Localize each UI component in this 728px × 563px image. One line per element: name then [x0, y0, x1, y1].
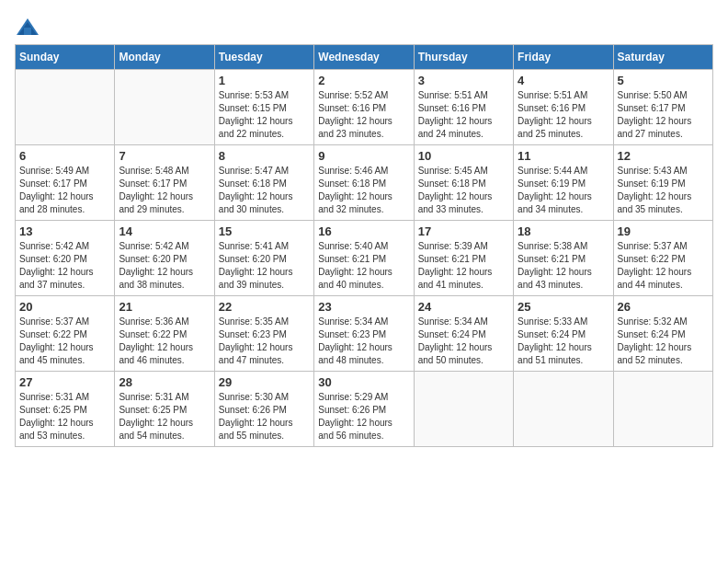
day-info: Sunrise: 5:43 AM Sunset: 6:19 PM Dayligh…: [618, 165, 709, 216]
day-number: 23: [318, 300, 409, 314]
weekday-header-thursday: Thursday: [414, 45, 513, 70]
calendar-cell: 2Sunrise: 5:52 AM Sunset: 6:16 PM Daylig…: [314, 70, 414, 145]
calendar-cell: 3Sunrise: 5:51 AM Sunset: 6:16 PM Daylig…: [414, 70, 513, 145]
calendar-cell: 1Sunrise: 5:53 AM Sunset: 6:15 PM Daylig…: [214, 70, 313, 145]
day-info: Sunrise: 5:34 AM Sunset: 6:24 PM Dayligh…: [418, 316, 509, 367]
calendar-week-row: 20Sunrise: 5:37 AM Sunset: 6:22 PM Dayli…: [16, 296, 713, 372]
day-number: 16: [318, 224, 409, 238]
calendar-cell: 29Sunrise: 5:30 AM Sunset: 6:26 PM Dayli…: [214, 372, 313, 447]
calendar-cell: 12Sunrise: 5:43 AM Sunset: 6:19 PM Dayli…: [613, 145, 712, 221]
calendar-cell: 20Sunrise: 5:37 AM Sunset: 6:22 PM Dayli…: [16, 296, 115, 372]
day-number: 2: [318, 74, 409, 87]
day-info: Sunrise: 5:48 AM Sunset: 6:17 PM Dayligh…: [119, 165, 210, 216]
calendar-cell: 17Sunrise: 5:39 AM Sunset: 6:21 PM Dayli…: [414, 221, 513, 296]
calendar-cell: 26Sunrise: 5:32 AM Sunset: 6:24 PM Dayli…: [613, 296, 712, 372]
weekday-header-wednesday: Wednesday: [314, 45, 414, 70]
calendar-cell: [16, 70, 115, 145]
calendar-cell: 8Sunrise: 5:47 AM Sunset: 6:18 PM Daylig…: [214, 145, 313, 221]
day-number: 20: [19, 300, 110, 314]
day-number: 22: [219, 300, 310, 314]
day-info: Sunrise: 5:42 AM Sunset: 6:20 PM Dayligh…: [119, 240, 210, 292]
day-number: 13: [19, 224, 110, 238]
calendar-cell: 19Sunrise: 5:37 AM Sunset: 6:22 PM Dayli…: [613, 221, 712, 296]
day-info: Sunrise: 5:30 AM Sunset: 6:26 PM Dayligh…: [219, 391, 310, 442]
day-info: Sunrise: 5:47 AM Sunset: 6:18 PM Dayligh…: [219, 165, 310, 216]
calendar-cell: 9Sunrise: 5:46 AM Sunset: 6:18 PM Daylig…: [314, 145, 414, 221]
calendar-cell: 21Sunrise: 5:36 AM Sunset: 6:22 PM Dayli…: [115, 296, 214, 372]
calendar-cell: 28Sunrise: 5:31 AM Sunset: 6:25 PM Dayli…: [115, 372, 214, 447]
day-number: 26: [618, 300, 709, 314]
day-number: 8: [219, 149, 310, 163]
day-number: 21: [119, 300, 210, 314]
day-info: Sunrise: 5:32 AM Sunset: 6:24 PM Dayligh…: [618, 316, 709, 367]
day-number: 5: [618, 74, 709, 87]
day-number: 28: [119, 375, 210, 389]
weekday-header-friday: Friday: [514, 45, 613, 70]
day-info: Sunrise: 5:35 AM Sunset: 6:23 PM Dayligh…: [219, 316, 310, 367]
day-info: Sunrise: 5:51 AM Sunset: 6:16 PM Dayligh…: [518, 89, 609, 141]
day-number: 18: [518, 224, 609, 238]
calendar-cell: 13Sunrise: 5:42 AM Sunset: 6:20 PM Dayli…: [16, 221, 115, 296]
day-number: 10: [418, 149, 509, 163]
calendar-cell: 22Sunrise: 5:35 AM Sunset: 6:23 PM Dayli…: [214, 296, 313, 372]
day-number: 3: [418, 74, 509, 87]
calendar-cell: [613, 372, 712, 447]
day-number: 4: [518, 74, 609, 87]
day-info: Sunrise: 5:53 AM Sunset: 6:15 PM Dayligh…: [219, 89, 310, 141]
day-info: Sunrise: 5:51 AM Sunset: 6:16 PM Dayligh…: [418, 89, 509, 141]
day-number: 25: [518, 300, 609, 314]
calendar-cell: 11Sunrise: 5:44 AM Sunset: 6:19 PM Dayli…: [514, 145, 613, 221]
weekday-header-tuesday: Tuesday: [214, 45, 313, 70]
calendar-cell: 24Sunrise: 5:34 AM Sunset: 6:24 PM Dayli…: [414, 296, 513, 372]
calendar-week-row: 13Sunrise: 5:42 AM Sunset: 6:20 PM Dayli…: [16, 221, 713, 296]
day-info: Sunrise: 5:36 AM Sunset: 6:22 PM Dayligh…: [119, 316, 210, 367]
calendar-cell: [115, 70, 214, 145]
day-info: Sunrise: 5:46 AM Sunset: 6:18 PM Dayligh…: [318, 165, 409, 216]
calendar-cell: 23Sunrise: 5:34 AM Sunset: 6:23 PM Dayli…: [314, 296, 414, 372]
calendar-cell: 5Sunrise: 5:50 AM Sunset: 6:17 PM Daylig…: [613, 70, 712, 145]
calendar-cell: 10Sunrise: 5:45 AM Sunset: 6:18 PM Dayli…: [414, 145, 513, 221]
day-info: Sunrise: 5:34 AM Sunset: 6:23 PM Dayligh…: [318, 316, 409, 367]
day-number: 1: [219, 74, 310, 87]
calendar-cell: 25Sunrise: 5:33 AM Sunset: 6:24 PM Dayli…: [514, 296, 613, 372]
weekday-header-sunday: Sunday: [16, 45, 115, 70]
day-info: Sunrise: 5:37 AM Sunset: 6:22 PM Dayligh…: [19, 316, 110, 367]
day-number: 11: [518, 149, 609, 163]
day-info: Sunrise: 5:29 AM Sunset: 6:26 PM Dayligh…: [318, 391, 409, 442]
page-header: [15, 15, 713, 40]
calendar-cell: 16Sunrise: 5:40 AM Sunset: 6:21 PM Dayli…: [314, 221, 414, 296]
calendar-cell: 14Sunrise: 5:42 AM Sunset: 6:20 PM Dayli…: [115, 221, 214, 296]
day-number: 24: [418, 300, 509, 314]
day-number: 15: [219, 224, 310, 238]
calendar-cell: 15Sunrise: 5:41 AM Sunset: 6:20 PM Dayli…: [214, 221, 313, 296]
calendar-week-row: 6Sunrise: 5:49 AM Sunset: 6:17 PM Daylig…: [16, 145, 713, 221]
day-number: 9: [318, 149, 409, 163]
day-number: 17: [418, 224, 509, 238]
calendar-cell: 7Sunrise: 5:48 AM Sunset: 6:17 PM Daylig…: [115, 145, 214, 221]
day-number: 29: [219, 375, 310, 389]
day-info: Sunrise: 5:52 AM Sunset: 6:16 PM Dayligh…: [318, 89, 409, 141]
day-info: Sunrise: 5:39 AM Sunset: 6:21 PM Dayligh…: [418, 240, 509, 292]
calendar-week-row: 27Sunrise: 5:31 AM Sunset: 6:25 PM Dayli…: [16, 372, 713, 447]
calendar-table: SundayMondayTuesdayWednesdayThursdayFrid…: [15, 44, 713, 447]
svg-rect-2: [24, 28, 31, 35]
weekday-header-saturday: Saturday: [613, 45, 712, 70]
weekday-header-monday: Monday: [115, 45, 214, 70]
logo-icon: [15, 15, 40, 40]
day-info: Sunrise: 5:41 AM Sunset: 6:20 PM Dayligh…: [219, 240, 310, 292]
day-info: Sunrise: 5:31 AM Sunset: 6:25 PM Dayligh…: [119, 391, 210, 442]
day-number: 6: [19, 149, 110, 163]
day-info: Sunrise: 5:38 AM Sunset: 6:21 PM Dayligh…: [518, 240, 609, 292]
day-info: Sunrise: 5:50 AM Sunset: 6:17 PM Dayligh…: [618, 89, 709, 141]
day-info: Sunrise: 5:40 AM Sunset: 6:21 PM Dayligh…: [318, 240, 409, 292]
calendar-cell: 18Sunrise: 5:38 AM Sunset: 6:21 PM Dayli…: [514, 221, 613, 296]
day-number: 14: [119, 224, 210, 238]
logo: [15, 15, 44, 40]
calendar-cell: [514, 372, 613, 447]
day-info: Sunrise: 5:45 AM Sunset: 6:18 PM Dayligh…: [418, 165, 509, 216]
day-number: 27: [19, 375, 110, 389]
day-info: Sunrise: 5:33 AM Sunset: 6:24 PM Dayligh…: [518, 316, 609, 367]
calendar-cell: 4Sunrise: 5:51 AM Sunset: 6:16 PM Daylig…: [514, 70, 613, 145]
day-info: Sunrise: 5:31 AM Sunset: 6:25 PM Dayligh…: [19, 391, 110, 442]
day-number: 7: [119, 149, 210, 163]
